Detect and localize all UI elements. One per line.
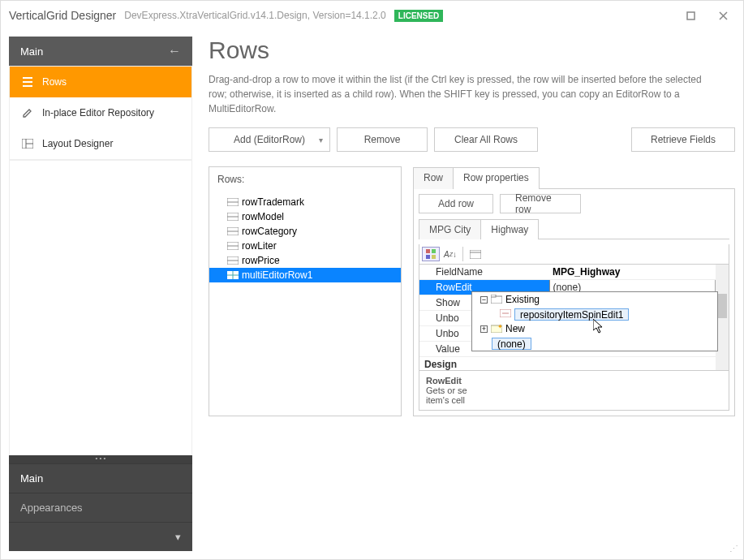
tab-row-properties[interactable]: Row properties — [453, 167, 540, 189]
page-title: Rows — [209, 37, 735, 64]
dropdown-group-existing[interactable]: − Existing — [472, 292, 717, 307]
resize-grip-icon[interactable]: ⋰ — [729, 544, 738, 554]
sidebar-main-header: Main ← — [9, 37, 192, 66]
rows-panel-header: Rows: — [209, 167, 401, 195]
tab-row[interactable]: Row — [413, 167, 454, 189]
svg-rect-19 — [426, 255, 430, 259]
list-icon — [21, 75, 34, 88]
remove-row-button[interactable]: Remove row — [500, 194, 581, 213]
dropdown-item-none[interactable]: (none) — [472, 336, 717, 351]
tree-row[interactable]: rowCategory — [209, 224, 401, 239]
rows-panel: Rows: rowTrademark rowModel rowCatego — [209, 166, 402, 416]
retrieve-fields-button[interactable]: Retrieve Fields — [631, 127, 735, 152]
dropdown-item-repository[interactable]: repositoryItemSpinEdit1 — [472, 307, 717, 321]
alphabetical-icon[interactable]: AZ↓ — [441, 247, 459, 261]
clear-all-rows-button[interactable]: Clear All Rows — [434, 127, 538, 152]
dropdown-group-new[interactable]: + ✦ New — [472, 321, 717, 336]
sidebar-item-rows[interactable]: Rows — [10, 67, 191, 97]
svg-rect-18 — [432, 249, 436, 253]
chevron-down-icon: ▾ — [319, 136, 323, 144]
property-pages-icon[interactable] — [467, 247, 484, 261]
svg-rect-17 — [426, 249, 430, 253]
layout-icon — [21, 137, 34, 150]
editor-icon — [500, 309, 511, 319]
close-button[interactable] — [711, 8, 735, 23]
help-text: Drag-and-drop a row to move it within th… — [209, 72, 703, 116]
multi-row-icon — [227, 269, 239, 281]
row-icon — [227, 226, 239, 237]
edit-icon — [21, 106, 34, 119]
tab-highway[interactable]: Highway — [480, 219, 539, 239]
sidebar-item-label: Layout Designer — [42, 138, 113, 149]
rowedit-dropdown[interactable]: − Existing repositoryItemSpinEdit1 + ✦ N… — [471, 291, 718, 351]
svg-rect-24 — [491, 295, 496, 297]
sidebar-bottom-appearances[interactable]: Appearances — [9, 493, 192, 522]
svg-rect-20 — [432, 255, 436, 259]
row-icon — [227, 255, 239, 266]
toolbar: Add (EditorRow)▾ Remove Clear All Rows R… — [209, 127, 735, 152]
maximize-button[interactable] — [678, 8, 703, 23]
tree-row[interactable]: rowPrice — [209, 253, 401, 268]
tree-row[interactable]: rowModel — [209, 209, 401, 224]
tree-row[interactable]: rowLiter — [209, 239, 401, 253]
row-icon — [227, 240, 239, 252]
tree-row[interactable]: rowTrademark — [209, 195, 401, 209]
sidebar-bottom-main[interactable]: Main — [9, 463, 192, 493]
property-description: RowEdit Gets or se item's cell — [419, 370, 729, 410]
svg-rect-0 — [687, 12, 695, 19]
add-editorrow-button[interactable]: Add (EditorRow)▾ — [209, 127, 330, 152]
detail-tabs: Row Row properties — [413, 166, 735, 189]
window-subtitle: DevExpress.XtraVerticalGrid.v14.1.Design… — [124, 10, 386, 21]
back-arrow-icon[interactable]: ← — [168, 44, 181, 58]
sidebar-item-layout-designer[interactable]: Layout Designer — [10, 128, 191, 159]
svg-rect-21 — [470, 250, 481, 259]
rows-tree: rowTrademark rowModel rowCategory r — [209, 195, 401, 282]
expand-icon[interactable]: + — [480, 325, 488, 333]
sidebar-bottom-expand[interactable]: ▾ — [9, 522, 192, 551]
tab-mpg-city[interactable]: MPG City — [419, 219, 481, 239]
row-icon — [227, 211, 239, 222]
remove-button[interactable]: Remove — [337, 127, 428, 152]
sidebar-drag-handle[interactable]: • • • — [9, 455, 192, 463]
property-toolbar: AZ↓ — [419, 244, 729, 265]
collapse-icon[interactable]: − — [480, 296, 488, 304]
categorized-icon[interactable] — [422, 247, 440, 261]
svg-text:✦: ✦ — [497, 324, 502, 330]
row-icon — [227, 196, 239, 208]
titlebar: VerticalGrid Designer DevExpress.XtraVer… — [1, 1, 743, 30]
add-row-button[interactable]: Add row — [419, 194, 493, 213]
window-title: VerticalGrid Designer — [9, 9, 116, 22]
property-tabs: MPG City Highway — [419, 218, 729, 239]
sidebar-item-label: In-place Editor Repository — [42, 107, 154, 118]
sidebar-item-editor-repository[interactable]: In-place Editor Repository — [10, 97, 191, 128]
tree-row-selected[interactable]: multiEditorRow1 — [209, 268, 401, 282]
designer-window: VerticalGrid Designer DevExpress.XtraVer… — [0, 0, 744, 560]
licensed-badge: LICENSED — [394, 10, 444, 22]
folder-icon — [491, 295, 502, 304]
sidebar: Main ← Rows In-place Editor Repository — [9, 37, 192, 551]
sidebar-item-label: Rows — [42, 76, 67, 88]
folder-new-icon: ✦ — [491, 324, 502, 334]
